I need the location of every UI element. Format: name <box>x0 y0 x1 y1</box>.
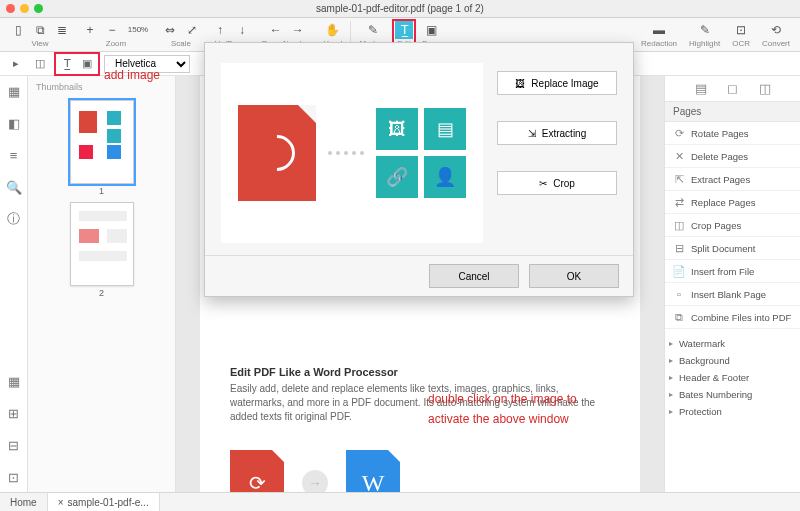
rtab-doc-icon[interactable]: ◻ <box>726 82 740 96</box>
pages-section-header: Pages <box>665 102 800 122</box>
insert-blank-page[interactable]: ▫Insert Blank Page <box>665 283 800 306</box>
background[interactable]: Background <box>665 352 800 369</box>
annotation-add-image: add image <box>104 68 160 82</box>
split-document[interactable]: ⊟Split Document <box>665 237 800 260</box>
combine-icon: ⧉ <box>673 311 685 323</box>
view-double-icon[interactable]: ⧉ <box>32 22 48 38</box>
bates-numbering[interactable]: Bates Numbering <box>665 386 800 403</box>
zoom-in-icon[interactable]: + <box>82 22 98 38</box>
add-text-icon[interactable]: T̲ <box>57 55 77 73</box>
markup-icon[interactable]: ✎ <box>365 22 381 38</box>
prev-page-icon[interactable]: ← <box>268 22 284 38</box>
ocr-group: ⊡ OCR <box>726 22 756 48</box>
rtab-page-icon[interactable]: ▤ <box>694 82 708 96</box>
zoom-icon[interactable] <box>34 4 43 13</box>
convert-icon[interactable]: ⟲ <box>768 22 784 38</box>
zoom-group: + − 150% Zoom <box>76 22 156 48</box>
ok-button[interactable]: OK <box>529 264 619 288</box>
view-group: ▯ ⧉ ≣ View <box>4 22 76 48</box>
pdf-large-icon <box>238 105 316 201</box>
highlight-icon[interactable]: ✎ <box>697 22 713 38</box>
zoom-out-icon[interactable]: − <box>104 22 120 38</box>
link-tile-icon: 🔗 <box>376 156 418 198</box>
protection[interactable]: Protection <box>665 403 800 420</box>
page-number-1: 1 <box>32 186 171 196</box>
outline-tab-icon[interactable]: ≡ <box>7 148 21 162</box>
document-tab[interactable]: ×sample-01-pdf-e... <box>48 493 160 512</box>
combine-files[interactable]: ⧉Combine Files into PDF <box>665 306 800 329</box>
watermark[interactable]: Watermark <box>665 335 800 352</box>
replace-icon: ⇄ <box>673 196 685 208</box>
rotate-pages[interactable]: ⟳Rotate Pages <box>665 122 800 145</box>
redaction-icon[interactable]: ▬ <box>651 22 667 38</box>
image-icon: 🖼 <box>515 78 525 89</box>
crop-icon: ◫ <box>673 219 685 231</box>
selection-icon[interactable]: ◫ <box>30 55 50 73</box>
view-continuous-icon[interactable]: ≣ <box>54 22 70 38</box>
person-tile-icon: 👤 <box>424 156 466 198</box>
text-tile-icon: ▤ <box>424 108 466 150</box>
rotate-icon: ⟳ <box>673 127 685 139</box>
annotation-dblclick-2: activate the above window <box>428 412 569 426</box>
cancel-button[interactable]: Cancel <box>429 264 519 288</box>
extract-pages[interactable]: ⇱Extract Pages <box>665 168 800 191</box>
grid4-icon[interactable]: ⊡ <box>7 470 21 484</box>
home-tab[interactable]: Home <box>0 493 48 512</box>
form-icon[interactable]: ▣ <box>424 22 440 38</box>
view-label: View <box>31 39 48 48</box>
header-footer[interactable]: Header & Footer <box>665 369 800 386</box>
right-panel: ▤ ◻ ◫ Pages ⟳Rotate Pages ✕Delete Pages … <box>664 76 800 492</box>
page-number-2: 2 <box>32 288 171 298</box>
fit-width-icon[interactable]: ⇔ <box>162 22 178 38</box>
image-tile-icon: 🖼 <box>376 108 418 150</box>
next-page-icon[interactable]: → <box>290 22 306 38</box>
redaction-label: Redaction <box>641 39 677 48</box>
grid3-icon[interactable]: ⊟ <box>7 438 21 452</box>
page-up-icon[interactable]: ↑ <box>212 22 228 38</box>
article-heading: Edit PDF Like a Word Processor <box>230 366 610 378</box>
view-single-icon[interactable]: ▯ <box>10 22 26 38</box>
add-image-icon[interactable]: ▣ <box>77 55 97 73</box>
thumbnails-panel: Thumbnails 1 2 <box>28 76 176 492</box>
replace-image-button[interactable]: 🖼Replace Image <box>497 71 617 95</box>
edit-icon[interactable]: T̲ <box>395 21 413 39</box>
left-rail: ▦ ◧ ≡ 🔍 ⓘ ▦ ⊞ ⊟ ⊡ <box>0 76 28 492</box>
blank-page-icon: ▫ <box>673 288 685 300</box>
status-bar: Home ×sample-01-pdf-e... <box>0 492 800 511</box>
info-tab-icon[interactable]: ⓘ <box>7 212 21 226</box>
extracting-button[interactable]: ⇲Extracting <box>497 121 617 145</box>
rtab-layers-icon[interactable]: ◫ <box>758 82 772 96</box>
titlebar: sample-01-pdf-editor.pdf (page 1 of 2) <box>0 0 800 18</box>
extract-icon: ⇱ <box>673 173 685 185</box>
delete-pages[interactable]: ✕Delete Pages <box>665 145 800 168</box>
grid2-icon[interactable]: ⊞ <box>7 406 21 420</box>
thumbnails-tab-icon[interactable]: ▦ <box>7 84 21 98</box>
crop-pages[interactable]: ◫Crop Pages <box>665 214 800 237</box>
page-down-icon[interactable]: ↓ <box>234 22 250 38</box>
highlight-group: ✎ Highlight <box>683 22 726 48</box>
search-tab-icon[interactable]: 🔍 <box>7 180 21 194</box>
ocr-icon[interactable]: ⊡ <box>733 22 749 38</box>
split-icon: ⊟ <box>673 242 685 254</box>
bookmarks-tab-icon[interactable]: ◧ <box>7 116 21 130</box>
convert-label: Convert <box>762 39 790 48</box>
insert-from-file[interactable]: 📄Insert from File <box>665 260 800 283</box>
crop-button[interactable]: ✂Crop <box>497 171 617 195</box>
zoom-pct[interactable]: 150% <box>126 22 150 38</box>
thumbnail-1[interactable] <box>70 100 134 184</box>
collapse-icon[interactable]: ▸ <box>6 55 26 73</box>
convert-group: ⟲ Convert <box>756 22 796 48</box>
image-edit-dialog: 🖼 ▤ 🔗 👤 🖼Replace Image ⇲Extracting ✂Crop… <box>204 42 634 297</box>
replace-pages[interactable]: ⇄Replace Pages <box>665 191 800 214</box>
hand-icon[interactable]: ✋ <box>325 22 341 38</box>
close-icon[interactable] <box>6 4 15 13</box>
grid1-icon[interactable]: ▦ <box>7 374 21 388</box>
fit-page-icon[interactable]: ⤢ <box>184 22 200 38</box>
window-title: sample-01-pdf-editor.pdf (page 1 of 2) <box>316 3 484 14</box>
thumbnail-2[interactable] <box>70 202 134 286</box>
delete-icon: ✕ <box>673 150 685 162</box>
ocr-label: OCR <box>732 39 750 48</box>
highlight-label: Highlight <box>689 39 720 48</box>
minimize-icon[interactable] <box>20 4 29 13</box>
zoom-label: Zoom <box>106 39 126 48</box>
